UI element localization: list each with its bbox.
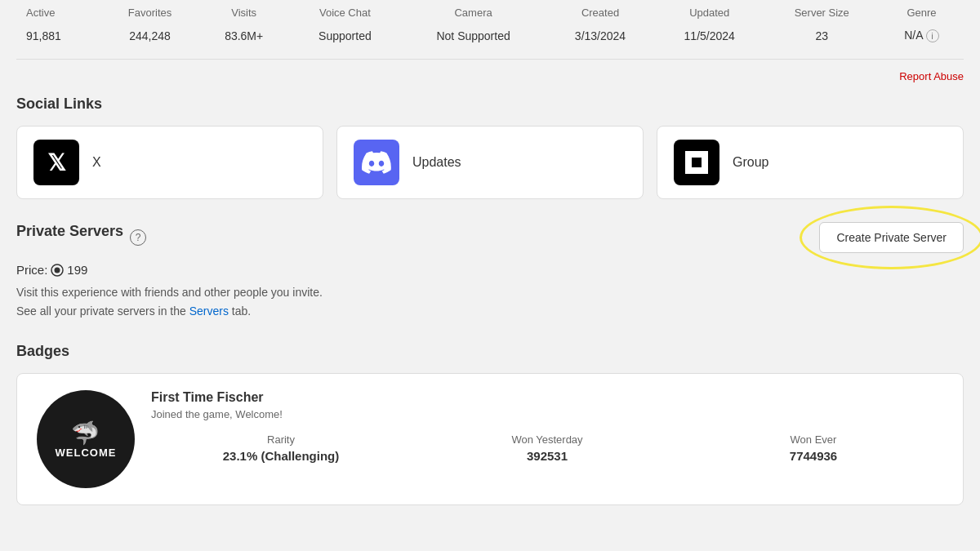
col-favorites: Favorites [101,0,199,25]
val-voice-chat: Supported [289,25,401,52]
col-camera: Camera [401,0,546,25]
roblox-icon-box [674,140,719,185]
discord-icon-box [354,140,399,185]
robux-icon [51,264,64,277]
col-voice-chat: Voice Chat [289,0,401,25]
badge-image-inner: 🦈 WELCOME [56,420,117,460]
price-row: Price: 199 [16,263,964,277]
won-ever-value: 7744936 [684,449,943,463]
col-server-size: Server Size [764,0,880,25]
svg-point-3 [55,267,60,273]
badge-card: 🦈 WELCOME First Time Fischer Joined the … [16,373,964,505]
report-abuse-link[interactable]: Report Abuse [899,70,964,82]
genre-info-icon[interactable]: i [926,29,939,42]
private-servers-header: Private Servers ? Create Private Server [16,222,964,253]
badge-shark-emoji: 🦈 [56,420,117,447]
badges-section: Badges 🦈 WELCOME First Time Fischer Join… [16,343,964,505]
private-servers-help-icon[interactable]: ? [130,229,146,246]
badge-stat-rarity: Rarity 23.1% (Challenging) [151,433,411,463]
private-servers-title-group: Private Servers ? [16,223,146,253]
won-ever-label: Won Ever [684,433,943,446]
col-genre: Genre [880,0,964,25]
badge-stats: Rarity 23.1% (Challenging) Won Yesterday… [151,433,943,463]
discord-icon [362,148,391,177]
stats-divider [16,59,964,60]
twitter-x-icon: 𝕏 [47,149,65,176]
price-value: 199 [67,263,87,277]
description-line2-end: tab. [232,304,251,318]
svg-rect-1 [692,158,702,167]
servers-tab-link[interactable]: Servers [189,304,229,318]
rarity-label: Rarity [151,433,411,446]
val-camera: Not Supported [401,25,546,52]
badge-welcome-text: WELCOME [56,447,117,460]
social-card-twitter[interactable]: 𝕏 X [16,126,323,199]
won-yesterday-label: Won Yesterday [417,433,677,446]
badge-content: First Time Fischer Joined the game, Welc… [151,390,943,463]
val-favorites: 244,248 [101,25,199,52]
badge-description: Joined the game, Welcome! [151,408,943,420]
val-genre: N/A i [880,25,964,52]
twitter-label: X [92,155,101,170]
social-links-section: Social Links 𝕏 X Updates [16,96,964,199]
col-visits: Visits [199,0,289,25]
col-updated: Updated [655,0,764,25]
private-servers-section: Private Servers ? Create Private Server … [16,222,964,320]
val-server-size: 23 [764,25,880,52]
create-server-button-wrapper: Create Private Server [819,222,964,253]
social-links-title: Social Links [16,96,964,113]
private-servers-description: Visit this experience with friends and o… [16,283,964,320]
badge-stat-won-ever: Won Ever 7744936 [684,433,943,463]
won-yesterday-value: 392531 [417,449,677,463]
twitter-icon-box: 𝕏 [33,140,79,185]
rarity-value: 23.1% (Challenging) [151,449,411,463]
col-active: Active [16,0,101,25]
price-label: Price: [16,263,47,277]
badge-stat-won-yesterday: Won Yesterday 392531 [417,433,677,463]
badge-name: First Time Fischer [151,390,943,405]
val-active: 91,881 [16,25,101,52]
social-card-roblox[interactable]: Group [657,126,964,199]
description-line2-start: See all your private servers in the [16,304,186,318]
description-line1: Visit this experience with friends and o… [16,286,323,299]
social-links-grid: 𝕏 X Updates [16,126,964,199]
roblox-icon [681,147,712,178]
col-created: Created [546,0,655,25]
badge-image: 🦈 WELCOME [37,390,135,488]
create-private-server-button[interactable]: Create Private Server [819,222,964,253]
private-servers-title: Private Servers [16,223,123,240]
discord-label: Updates [412,155,461,170]
roblox-group-label: Group [733,155,768,170]
val-created: 3/13/2024 [546,25,655,52]
stats-table: Active Favorites Visits Voice Chat Camer… [16,0,964,52]
val-visits: 83.6M+ [199,25,289,52]
badges-title: Badges [16,343,964,360]
report-abuse-row: Report Abuse [16,66,964,96]
val-updated: 11/5/2024 [655,25,764,52]
social-card-discord[interactable]: Updates [336,126,644,199]
